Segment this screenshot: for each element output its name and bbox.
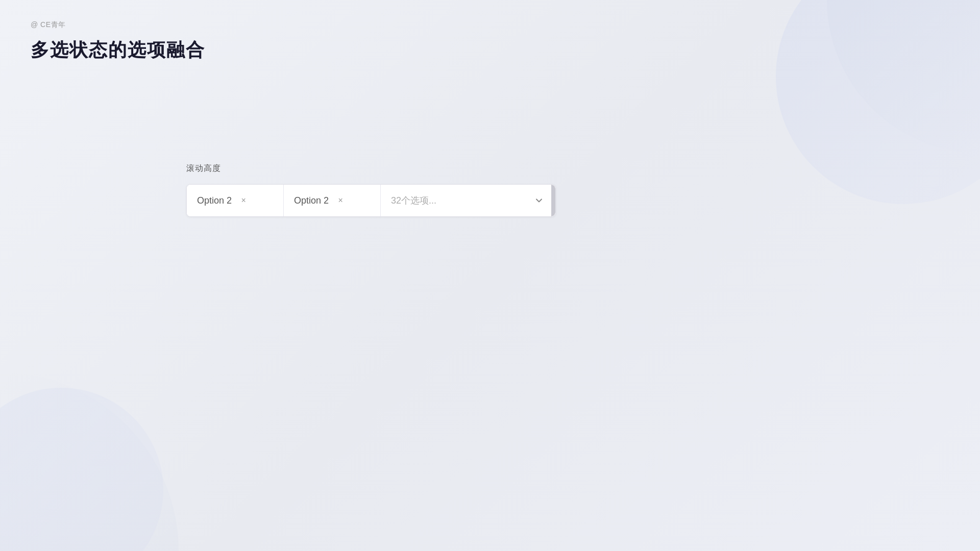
tag-close-button-1[interactable]: × xyxy=(239,196,248,205)
chevron-down-button[interactable] xyxy=(527,185,551,216)
decorative-bg-bottom-left xyxy=(0,372,179,551)
multiselect-container[interactable]: Option 2 × Option 2 × 32个选项... xyxy=(186,184,556,217)
dropdown-controls xyxy=(527,185,555,216)
section-label: 滚动高度 xyxy=(186,163,556,174)
remaining-options-label: 32个选项... xyxy=(381,194,527,207)
tag-text-1: Option 2 xyxy=(197,195,232,206)
tag-text-2: Option 2 xyxy=(294,195,329,206)
tag-item-2: Option 2 × xyxy=(284,185,381,216)
scrollbar-track[interactable] xyxy=(551,185,555,216)
page-title: 多选状态的选项融合 xyxy=(31,38,949,63)
section-area: 滚动高度 Option 2 × Option 2 × 32个选项... xyxy=(186,163,556,217)
tag-item-1: Option 2 × xyxy=(187,185,284,216)
brand-label: @ CE青年 xyxy=(31,20,949,30)
chevron-down-icon xyxy=(534,195,544,206)
tag-close-button-2[interactable]: × xyxy=(336,196,345,205)
page-container: @ CE青年 多选状态的选项融合 xyxy=(0,0,980,83)
